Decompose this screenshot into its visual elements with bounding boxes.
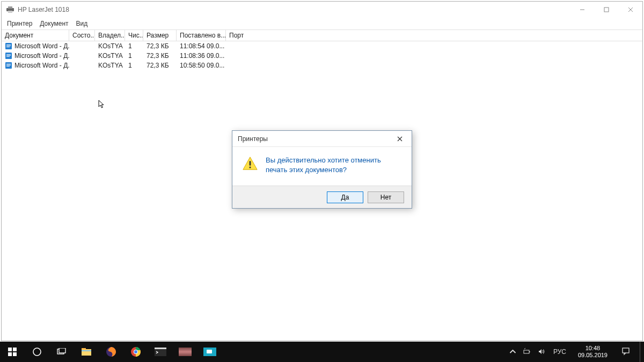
col-pages[interactable]: Чис... (125, 30, 143, 41)
col-port[interactable]: Порт (226, 30, 253, 41)
firefox-taskbar[interactable] (99, 342, 123, 362)
table-row[interactable]: Microsoft Word - Д... KOsTYA 1 72,3 КБ 1… (2, 41, 642, 51)
window-controls (570, 2, 642, 18)
job-name: Microsoft Word - Д... (14, 42, 69, 50)
menu-document[interactable]: Документ (36, 19, 71, 28)
job-size: 72,3 КБ (143, 62, 177, 69)
terminal-taskbar[interactable] (148, 342, 173, 362)
job-pages: 1 (125, 42, 143, 50)
menu-printer[interactable]: Принтер (4, 19, 35, 28)
action-center-icon[interactable] (617, 347, 634, 357)
job-owner: KOsTYA (95, 52, 125, 60)
cursor-icon (98, 100, 106, 112)
maximize-button[interactable] (594, 2, 618, 18)
printer-icon (6, 6, 14, 13)
menu-view[interactable]: Вид (73, 19, 91, 28)
svg-rect-41 (529, 351, 530, 352)
dialog-message: Вы действительно хотите отменить печать … (266, 156, 402, 175)
svg-rect-2 (8, 11, 12, 13)
job-size: 72,3 КБ (143, 52, 177, 60)
table-row[interactable]: Microsoft Word - Д... KOsTYA 1 72,3 КБ 1… (2, 51, 642, 61)
svg-rect-21 (250, 161, 251, 165)
col-document[interactable]: Документ (2, 30, 69, 41)
svg-rect-4 (604, 8, 609, 12)
col-size[interactable]: Размер (143, 30, 177, 41)
clock-date: 09.05.2019 (578, 352, 608, 359)
svg-rect-40 (524, 350, 529, 353)
table-row[interactable]: Microsoft Word - Д... KOsTYA 1 72,3 КБ 1… (2, 61, 642, 70)
dialog-body: Вы действительно хотите отменить печать … (232, 147, 412, 186)
job-pages: 1 (125, 62, 143, 69)
clock-time: 10:48 (578, 345, 608, 352)
svg-rect-18 (6, 66, 10, 67)
dialog-titlebar[interactable]: Принтеры (232, 131, 412, 147)
system-tray: РУС 10:48 09.05.2019 (509, 342, 644, 362)
start-button[interactable] (0, 342, 25, 362)
minimize-button[interactable] (570, 2, 594, 18)
job-owner: KOsTYA (95, 62, 125, 69)
file-explorer-taskbar[interactable] (74, 342, 99, 362)
taskbar-app-thumb-1[interactable] (173, 342, 197, 362)
taskbar-app-thumb-2[interactable] (197, 342, 222, 362)
job-owner: KOsTYA (95, 42, 125, 50)
svg-rect-39 (155, 348, 166, 349)
taskview-button[interactable] (49, 342, 74, 362)
job-pages: 1 (125, 52, 143, 60)
svg-rect-10 (6, 47, 10, 47)
taskbar: РУС 10:48 09.05.2019 (0, 342, 644, 362)
svg-rect-17 (6, 65, 11, 65)
confirm-cancel-dialog: Принтеры Вы действительно хотите отменит… (232, 130, 412, 209)
job-name: Microsoft Word - Д... (14, 62, 69, 69)
chrome-taskbar[interactable] (123, 342, 148, 362)
close-button[interactable] (618, 2, 642, 18)
svg-rect-13 (6, 55, 11, 56)
svg-rect-12 (6, 54, 11, 55)
svg-rect-25 (8, 352, 12, 356)
job-name: Microsoft Word - Д... (14, 52, 69, 60)
warning-icon (242, 156, 258, 172)
column-headers: Документ Состо... Владел... Чис... Разме… (2, 29, 642, 41)
svg-point-22 (249, 166, 251, 168)
svg-point-37 (134, 350, 137, 353)
svg-rect-26 (13, 352, 17, 356)
clock[interactable]: 10:48 09.05.2019 (574, 345, 612, 359)
job-submitted: 11:08:54 09.0... (177, 42, 226, 50)
svg-rect-23 (8, 348, 12, 351)
dialog-close-button[interactable] (392, 132, 407, 145)
job-submitted: 10:58:50 09.0... (177, 62, 226, 69)
svg-rect-33 (82, 350, 91, 351)
svg-point-27 (33, 348, 41, 356)
svg-rect-42 (623, 348, 629, 353)
input-language[interactable]: РУС (551, 348, 568, 356)
tray-volume-icon[interactable] (538, 348, 546, 357)
window-title: HP LaserJet 1018 (18, 6, 570, 13)
document-icon (5, 42, 12, 50)
no-button[interactable]: Нет (368, 191, 404, 203)
svg-rect-1 (8, 6, 12, 9)
dialog-title: Принтеры (238, 135, 392, 143)
cortana-button[interactable] (25, 342, 49, 362)
svg-rect-9 (6, 46, 11, 46)
col-submitted[interactable]: Поставлено в... (177, 30, 226, 41)
svg-rect-8 (6, 45, 11, 45)
svg-rect-29 (59, 348, 65, 353)
tray-chevron-icon[interactable] (509, 348, 517, 357)
col-status[interactable]: Состо... (69, 30, 95, 41)
svg-rect-32 (82, 348, 86, 350)
svg-rect-16 (6, 64, 11, 64)
dialog-footer: Да Нет (232, 186, 412, 208)
svg-rect-24 (13, 348, 17, 351)
show-desktop-button[interactable] (640, 342, 643, 362)
job-size: 72,3 КБ (143, 42, 177, 50)
svg-rect-14 (6, 56, 10, 57)
col-owner[interactable]: Владел... (95, 30, 125, 41)
document-icon (5, 62, 12, 69)
document-icon (5, 52, 12, 60)
svg-rect-31 (82, 349, 91, 356)
titlebar[interactable]: HP LaserJet 1018 (2, 2, 642, 18)
menubar: Принтер Документ Вид (2, 18, 642, 29)
yes-button[interactable]: Да (327, 191, 363, 203)
job-submitted: 11:08:36 09.0... (177, 52, 226, 60)
tray-power-icon[interactable] (523, 348, 531, 357)
